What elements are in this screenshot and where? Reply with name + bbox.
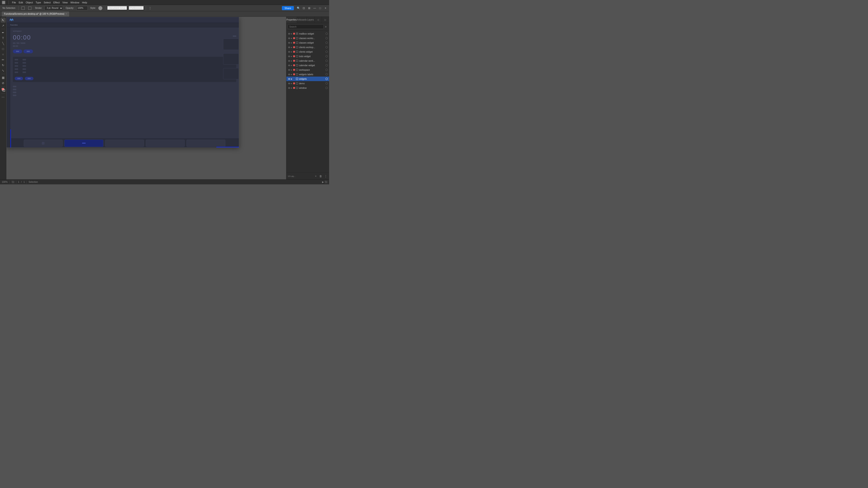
menu-view[interactable]: View [62,1,68,4]
layer-classes-widget[interactable]: ▶ classes widget [286,40,329,45]
menu-help[interactable]: Help [82,1,87,4]
fill-swatch[interactable] [20,6,26,10]
expand-icon[interactable]: ⋮ [148,6,152,10]
layer-target-4[interactable] [326,46,328,48]
layer-todo-widget[interactable]: ▶ todo widget [286,54,329,59]
layer-clients-worksp[interactable]: ▶ clients worksp... [286,45,329,50]
menu-edit[interactable]: Edit [19,1,23,4]
menu-type[interactable]: Type [36,1,41,4]
timer-btn-1[interactable]: 000 [13,50,22,53]
gradient-tool[interactable]: ▦ [1,75,6,80]
brush-tool[interactable]: ✏ [1,57,6,62]
layer-target-10[interactable] [326,73,328,75]
timer-btn-2[interactable]: 000 [24,50,33,53]
visibility-icon-4[interactable] [288,46,290,48]
layer-target-circle[interactable] [326,33,328,35]
eyedropper-tool[interactable]: ⊘ [1,80,6,86]
bottom-tab-4[interactable] [146,140,185,147]
layer-widgets-labels[interactable]: ▶ widgets labels [286,72,329,76]
nav-favorites[interactable]: Favorites [9,24,19,26]
menu-effect[interactable]: Effect [53,1,60,4]
layers-search-input[interactable] [288,24,324,29]
rp-tab-layers[interactable]: Layers [307,17,314,23]
minimize-icon[interactable]: — [312,6,317,10]
rect-tool[interactable]: □ [1,46,6,51]
menu-file[interactable]: File [12,1,16,4]
tab-main[interactable]: FunctionalScreens-pro-desktop.ai* @ 100 … [2,11,69,17]
color-swatch-btn[interactable] [1,88,6,92]
visibility-icon-11[interactable] [288,77,290,80]
stroke-select[interactable]: 3 pt. Round [44,6,63,10]
layer-clients-widget[interactable]: ▶ clients widget [286,50,329,54]
document-setup-button[interactable]: Document Setup [107,6,127,10]
canvas-area[interactable]: widgets Favorites workspace [6,17,286,180]
rp-tab-artboards[interactable]: Artboards [297,17,307,23]
layer-target-3[interactable] [326,41,328,44]
layer-calendar-widget[interactable]: ▶ calendar widget [286,63,329,68]
visibility-icon-10[interactable] [288,73,290,76]
menu-select[interactable]: Select [43,1,51,4]
preferences-button[interactable]: Preferences [129,6,144,10]
scale-tool[interactable]: ⤡ [1,68,6,73]
search-icon[interactable]: 🔍 [296,6,301,10]
visibility-icon-5[interactable] [288,51,290,53]
direct-select-tool[interactable]: ↗ [1,23,6,28]
opacity-input[interactable] [76,6,88,10]
share-button[interactable]: Share [282,6,294,10]
bottom-tab-3[interactable] [105,140,144,147]
visibility-icon-2[interactable] [288,37,290,39]
layers-filter-button[interactable]: ≡ [324,24,328,29]
rp-tab-properties[interactable]: Properties [286,17,297,23]
visibility-icon-3[interactable] [288,41,290,44]
layer-target-11[interactable] [326,78,328,80]
bottom-tab-2[interactable] [64,140,103,147]
data-val-2: 000 [15,62,18,64]
menu-object[interactable]: Object [26,1,33,4]
pen-tool[interactable]: ✒ [1,30,6,35]
type-tool[interactable]: T [1,35,6,40]
delete-layer-button[interactable]: 🗑 [319,174,323,178]
visibility-icon[interactable] [288,32,290,35]
layer-workspace[interactable]: ▶ workspace [286,68,329,72]
rp-tab-collapse[interactable]: ◁ [314,17,322,23]
close-icon[interactable]: × [323,6,328,10]
add-layer-button[interactable]: + [314,174,318,178]
layer-target-13[interactable] [326,87,328,89]
layer-widgets[interactable]: ▶ widgets [286,76,329,81]
layer-options-button[interactable]: ⋮ [324,174,328,178]
layer-window[interactable]: ▶ window [286,86,329,90]
layer-target-12[interactable] [326,82,328,85]
more-tools-btn[interactable]: ⋯ [1,94,6,99]
maximize-icon[interactable]: □ [318,6,322,10]
layer-classes-works[interactable]: ▶ classes works... [286,36,329,40]
layer-demo[interactable]: ▶ demo [286,81,329,86]
stroke-swatch[interactable] [27,6,33,10]
visibility-icon-7[interactable] [288,59,290,62]
panel-btn-2[interactable]: 000 [25,77,33,80]
layer-mailbox-widget[interactable]: ▶ mailbox widget [286,31,329,36]
layer-target-7[interactable] [326,60,328,62]
visibility-icon-9[interactable] [288,68,290,71]
visibility-icon-13[interactable] [288,87,290,89]
layer-target-6[interactable] [326,55,328,57]
layer-target-8[interactable] [326,64,328,66]
layer-target-2[interactable] [326,37,328,39]
menu-window[interactable]: Window [70,1,79,4]
layer-target-9[interactable] [326,69,328,71]
zoom-icon[interactable]: ⊡ [302,6,306,10]
panel-btn-1[interactable]: 000 [15,77,23,80]
bottom-tab-1[interactable] [24,140,63,147]
layer-calendar-work[interactable]: ▶ calendar work... [286,59,329,63]
panel-icon[interactable]: ⊞ [307,6,311,10]
visibility-icon-8[interactable] [288,64,290,67]
rotate-tool[interactable]: ↻ [1,63,6,68]
visibility-icon-6[interactable] [288,55,290,58]
selection-tool[interactable]: ↖ [1,18,6,23]
ellipse-tool[interactable]: ○ [1,52,6,57]
line-tool[interactable]: ╲ [1,41,6,46]
rp-tab-expand[interactable]: ▷ [322,17,329,23]
layer-target-5[interactable] [326,51,328,53]
bottom-tab-5[interactable] [186,140,225,147]
tab-close-button[interactable]: × [66,13,67,15]
visibility-icon-12[interactable] [288,82,290,85]
